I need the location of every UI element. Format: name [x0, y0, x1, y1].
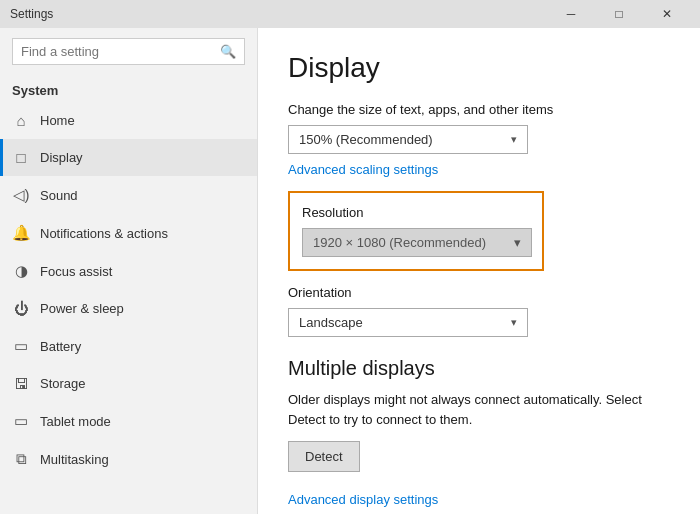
- tablet-icon: ▭: [12, 412, 30, 430]
- sidebar-item-storage[interactable]: 🖫 Storage: [0, 365, 257, 402]
- maximize-button[interactable]: □: [596, 0, 642, 28]
- sidebar-item-notifications[interactable]: 🔔 Notifications & actions: [0, 214, 257, 252]
- home-icon: ⌂: [12, 112, 30, 129]
- sound-icon: ◁): [12, 186, 30, 204]
- multitasking-icon: ⧉: [12, 450, 30, 468]
- battery-icon: ▭: [12, 337, 30, 355]
- resolution-label: Resolution: [302, 205, 530, 220]
- sidebar-item-focus[interactable]: ◑ Focus assist: [0, 252, 257, 290]
- orientation-value: Landscape: [299, 315, 363, 330]
- window-controls: ─ □ ✕: [548, 0, 690, 28]
- power-icon: ⏻: [12, 300, 30, 317]
- scale-value: 150% (Recommended): [299, 132, 433, 147]
- multiple-displays-description: Older displays might not always connect …: [288, 390, 668, 429]
- sidebar-item-home[interactable]: ⌂ Home: [0, 102, 257, 139]
- scale-dropdown[interactable]: 150% (Recommended) ▾: [288, 125, 528, 154]
- close-button[interactable]: ✕: [644, 0, 690, 28]
- sidebar-item-label: Sound: [40, 188, 78, 203]
- main-content: Display Change the size of text, apps, a…: [258, 28, 700, 514]
- sidebar-item-label: Tablet mode: [40, 414, 111, 429]
- sidebar-item-tablet[interactable]: ▭ Tablet mode: [0, 402, 257, 440]
- page-title: Display: [288, 52, 670, 84]
- app-body: 🔍 System ⌂ Home □ Display ◁) Sound 🔔 Not…: [0, 28, 700, 514]
- title-bar: Settings ─ □ ✕: [0, 0, 700, 28]
- sidebar-item-battery[interactable]: ▭ Battery: [0, 327, 257, 365]
- sidebar-item-label: Display: [40, 150, 83, 165]
- notifications-icon: 🔔: [12, 224, 30, 242]
- focus-icon: ◑: [12, 262, 30, 280]
- sidebar-item-display[interactable]: □ Display: [0, 139, 257, 176]
- window-title: Settings: [10, 7, 548, 21]
- detect-button[interactable]: Detect: [288, 441, 360, 472]
- display-icon: □: [12, 149, 30, 166]
- sidebar-item-label: Battery: [40, 339, 81, 354]
- orientation-section: Orientation Landscape ▾: [288, 285, 670, 337]
- advanced-scaling-link[interactable]: Advanced scaling settings: [288, 162, 438, 177]
- sidebar-item-label: Home: [40, 113, 75, 128]
- storage-icon: 🖫: [12, 375, 30, 392]
- resolution-value: 1920 × 1080 (Recommended): [313, 235, 486, 250]
- sidebar: 🔍 System ⌂ Home □ Display ◁) Sound 🔔 Not…: [0, 28, 258, 514]
- resolution-chevron: ▾: [514, 235, 521, 250]
- sidebar-item-multitasking[interactable]: ⧉ Multitasking: [0, 440, 257, 478]
- advanced-display-link[interactable]: Advanced display settings: [288, 492, 438, 507]
- search-icon: 🔍: [220, 44, 236, 59]
- orientation-dropdown[interactable]: Landscape ▾: [288, 308, 528, 337]
- multiple-displays-title: Multiple displays: [288, 357, 670, 380]
- scale-label: Change the size of text, apps, and other…: [288, 102, 670, 117]
- sidebar-section-label: System: [0, 75, 257, 102]
- sidebar-item-label: Notifications & actions: [40, 226, 168, 241]
- search-bar[interactable]: 🔍: [12, 38, 245, 65]
- resolution-dropdown[interactable]: 1920 × 1080 (Recommended) ▾: [302, 228, 532, 257]
- scale-chevron: ▾: [511, 133, 517, 146]
- sidebar-item-label: Focus assist: [40, 264, 112, 279]
- sidebar-item-label: Multitasking: [40, 452, 109, 467]
- minimize-button[interactable]: ─: [548, 0, 594, 28]
- sidebar-item-label: Power & sleep: [40, 301, 124, 316]
- sidebar-item-sound[interactable]: ◁) Sound: [0, 176, 257, 214]
- search-input[interactable]: [21, 44, 220, 59]
- sidebar-item-label: Storage: [40, 376, 86, 391]
- sidebar-item-power[interactable]: ⏻ Power & sleep: [0, 290, 257, 327]
- resolution-box: Resolution 1920 × 1080 (Recommended) ▾: [288, 191, 544, 271]
- orientation-chevron: ▾: [511, 316, 517, 329]
- orientation-label: Orientation: [288, 285, 670, 300]
